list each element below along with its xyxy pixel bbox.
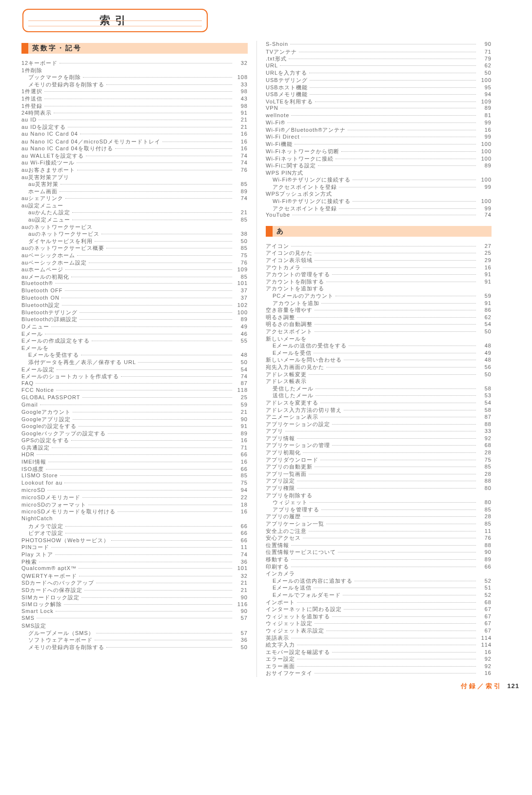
index-row: アプリ設定88	[266, 477, 492, 485]
leader-dots	[315, 324, 476, 325]
column-right: S-Shoin90TVアンテナ71.txt形式79URL62URLを入力する50…	[256, 41, 500, 677]
index-label: SDカードへのバックアップ	[21, 579, 94, 587]
index-row: アカウントを削除する91	[266, 278, 492, 285]
index-row: Wi-Fiネットワークから切断100	[266, 148, 492, 155]
leader-dots	[55, 554, 232, 555]
leader-dots	[81, 597, 232, 598]
index-label: au設定メニュー	[21, 202, 63, 209]
index-page: 94	[478, 91, 492, 97]
index-label: URLを入力する	[266, 69, 307, 77]
index-label: ウィジェット設定	[266, 620, 313, 627]
index-page: 98	[234, 88, 248, 94]
index-row: Bluetooth®101	[21, 280, 248, 287]
leader-dots	[73, 419, 232, 420]
index-row: Wi-Fi®99	[266, 120, 492, 127]
index-page: 100	[478, 177, 492, 183]
index-row: Eメールを受信する48	[21, 351, 248, 359]
index-row: NightCatch	[21, 515, 248, 523]
leader-dots	[297, 602, 476, 603]
index-label: 移動する	[266, 556, 289, 563]
index-label: WPSプッシュボタン方式	[266, 190, 332, 198]
leader-dots	[72, 220, 232, 220]
leader-dots	[56, 390, 232, 390]
index-row: au Wi-Fi接続ツール74	[21, 159, 248, 166]
leader-dots	[51, 547, 232, 548]
leader-dots	[297, 481, 476, 481]
index-label: microSD	[21, 487, 45, 493]
leader-dots	[292, 215, 476, 215]
index-page: 28	[478, 471, 492, 477]
index-row: Wi-Fi®／Bluetooth®アンテナ16	[266, 126, 492, 134]
index-page: 67	[478, 606, 492, 612]
index-label: アカウントの管理をする	[266, 271, 330, 278]
index-page: 50	[478, 70, 492, 76]
leader-dots	[310, 502, 476, 503]
index-row: アプリを削除する	[266, 492, 492, 499]
index-page: 54	[478, 321, 492, 327]
index-label: アプリ	[266, 428, 283, 435]
index-label: 1件選択	[21, 88, 42, 95]
index-row: 明るさ調整62	[266, 314, 492, 321]
index-label: アカウントを削除する	[266, 278, 324, 285]
index-row: Dメニュー49	[21, 323, 248, 330]
leader-dots	[291, 115, 476, 116]
leader-dots	[332, 445, 476, 446]
index-row: アクセスポイントを登録99	[266, 183, 492, 191]
leader-dots	[57, 369, 232, 370]
index-row: IMEI情報16	[21, 458, 248, 466]
index-label: ホーム画面	[21, 188, 58, 195]
index-label: ウィジェット表示設定	[266, 627, 324, 634]
leader-dots	[339, 208, 476, 209]
leader-dots	[79, 319, 232, 320]
leader-dots	[280, 65, 476, 66]
leader-dots	[82, 397, 232, 398]
leader-dots	[108, 433, 232, 434]
index-row: SDカードへのバックアップ21	[21, 579, 248, 587]
index-page: 11	[478, 528, 492, 534]
index-page: 88	[478, 542, 492, 548]
index-row: PHOTOSHOW（Webサービス）66	[21, 537, 248, 544]
leader-dots	[86, 156, 232, 156]
index-label: アプリケーション一覧	[266, 520, 324, 528]
index-label: Googleバックアップの設定する	[21, 430, 106, 437]
index-row: au IDを設定する21	[21, 123, 248, 131]
index-page: 68	[478, 599, 492, 605]
index-page: 67	[478, 628, 492, 633]
index-page: 74	[234, 160, 248, 165]
index-row: HDR66	[21, 451, 248, 459]
index-label: 12キーボード	[21, 60, 58, 67]
index-label: メモリの登録内容を削除する	[21, 644, 104, 651]
leader-dots	[326, 367, 476, 367]
index-page: 66	[234, 466, 248, 472]
index-row: おサイフケータイ16	[266, 670, 492, 677]
index-row: Bluetoothテザリング100	[21, 309, 248, 316]
index-row: Eメールを受信49	[266, 349, 492, 357]
index-row: WPS PIN方式	[266, 169, 492, 177]
index-row: アプリ33	[266, 428, 492, 435]
leader-dots	[72, 212, 232, 213]
index-page: 56	[478, 364, 492, 370]
index-row: アドレス帳表示	[266, 378, 492, 385]
index-row: 絵文字入力114	[266, 641, 492, 649]
index-row: Eメールを送信51	[266, 584, 492, 591]
index-row: アドレスを変更する54	[266, 399, 492, 407]
index-page: 50	[234, 238, 248, 244]
leader-dots	[79, 312, 232, 313]
index-label: Googleアプリ設定	[21, 416, 71, 423]
index-label: アプリの自動更新	[266, 463, 313, 470]
index-row: Eメール46	[21, 330, 248, 338]
index-row: .txt形式79	[266, 55, 492, 62]
index-page: 27	[478, 243, 492, 249]
leader-dots	[61, 298, 232, 298]
leader-dots	[118, 511, 232, 512]
index-row: auシェアリンク74	[21, 195, 248, 202]
index-page: 38	[234, 231, 248, 237]
index-label: USBテザリング	[266, 77, 308, 84]
leader-dots	[291, 567, 476, 567]
leader-dots	[280, 108, 476, 108]
leader-dots	[36, 383, 232, 384]
leader-dots	[71, 277, 232, 277]
leader-dots	[77, 170, 232, 170]
leader-dots	[287, 122, 476, 123]
leader-dots	[65, 533, 232, 533]
